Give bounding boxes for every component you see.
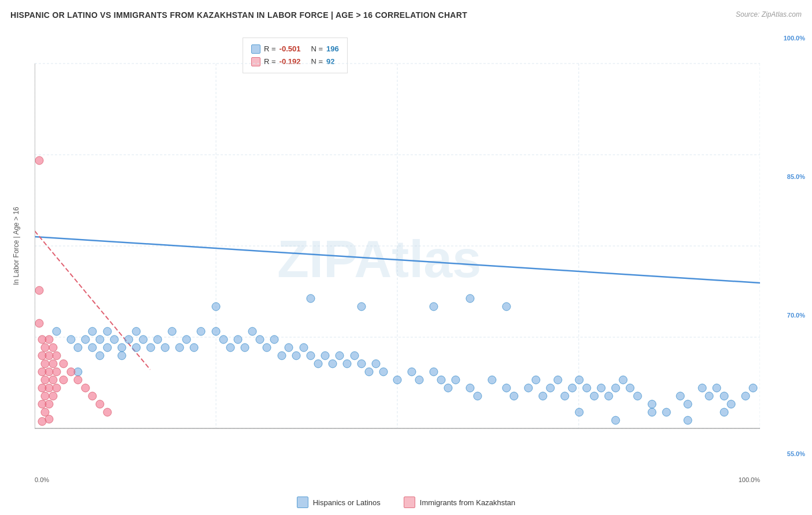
blue-point bbox=[713, 384, 721, 392]
x-tick-end: 100.0% bbox=[739, 476, 760, 483]
blue-point bbox=[502, 384, 511, 392]
pink-point bbox=[53, 384, 61, 392]
legend-label-blue: Hispanics or Latinos bbox=[313, 498, 381, 507]
blue-point bbox=[612, 416, 620, 424]
blue-point bbox=[182, 335, 191, 344]
blue-point bbox=[502, 303, 511, 311]
blue-point bbox=[67, 335, 75, 344]
blue-point bbox=[365, 368, 373, 376]
blue-point bbox=[568, 384, 576, 392]
blue-point bbox=[132, 327, 140, 335]
legend-item-blue: Hispanics or Latinos bbox=[297, 497, 381, 508]
blue-point bbox=[343, 360, 351, 368]
x-axis-ticks: 0.0% 100.0% bbox=[35, 476, 760, 483]
pink-point bbox=[96, 400, 104, 408]
blue-point bbox=[139, 335, 147, 344]
blue-point bbox=[248, 327, 256, 335]
blue-point bbox=[74, 344, 82, 352]
pink-point bbox=[49, 344, 57, 352]
blue-point bbox=[357, 303, 366, 311]
blue-point bbox=[270, 335, 278, 344]
blue-point bbox=[408, 368, 416, 376]
blue-point bbox=[256, 335, 264, 344]
blue-point bbox=[466, 294, 474, 303]
legend-box-pink bbox=[404, 497, 415, 508]
pink-point bbox=[74, 376, 82, 384]
blue-point bbox=[168, 327, 176, 335]
pink-point bbox=[45, 400, 53, 408]
blue-point bbox=[110, 335, 118, 344]
blue-point bbox=[575, 408, 583, 416]
pink-point bbox=[88, 392, 96, 400]
pink-point bbox=[59, 360, 68, 368]
y-axis-label-text: In Labor Force | Age > 16 bbox=[12, 207, 20, 285]
blue-point bbox=[81, 335, 90, 344]
blue-point bbox=[372, 360, 380, 368]
blue-point bbox=[684, 400, 692, 408]
pink-point bbox=[41, 360, 49, 368]
blue-point bbox=[357, 360, 366, 368]
blue-point bbox=[605, 392, 613, 400]
pink-point bbox=[35, 319, 43, 327]
blue-point bbox=[88, 344, 96, 352]
blue-point bbox=[698, 384, 706, 392]
blue-point bbox=[176, 344, 184, 352]
blue-point bbox=[720, 392, 728, 400]
blue-point bbox=[452, 376, 460, 384]
blue-point bbox=[132, 344, 140, 352]
blue-point bbox=[190, 344, 198, 352]
blue-point bbox=[626, 384, 634, 392]
blue-point bbox=[219, 335, 228, 344]
blue-point bbox=[212, 327, 220, 335]
blue-point bbox=[307, 352, 315, 360]
blue-point bbox=[742, 392, 750, 400]
blue-point bbox=[546, 384, 554, 392]
scatter-plot: ZIPAtlas bbox=[35, 35, 760, 457]
blue-point bbox=[118, 344, 126, 352]
blue-point bbox=[430, 368, 438, 376]
blue-point bbox=[393, 376, 401, 384]
blue-point bbox=[619, 376, 627, 384]
blue-point bbox=[612, 384, 620, 392]
blue-point bbox=[532, 376, 540, 384]
blue-point bbox=[662, 408, 671, 416]
y-tick-70: 70.0% bbox=[787, 312, 805, 319]
blue-point bbox=[161, 344, 169, 352]
blue-point bbox=[263, 344, 271, 352]
blue-point bbox=[720, 408, 728, 416]
legend-item-pink: Immigrants from Kazakhstan bbox=[404, 497, 515, 508]
blue-point bbox=[241, 344, 249, 352]
blue-point bbox=[648, 400, 656, 408]
blue-point bbox=[466, 384, 474, 392]
pink-point bbox=[41, 376, 49, 384]
y-tick-55: 55.0% bbox=[787, 450, 805, 457]
blue-point bbox=[125, 335, 133, 344]
blue-point bbox=[53, 327, 61, 335]
blue-point bbox=[300, 344, 308, 352]
blue-point bbox=[539, 392, 547, 400]
pink-point bbox=[67, 368, 75, 376]
y-axis-label: In Labor Force | Age > 16 bbox=[0, 35, 32, 457]
blue-point bbox=[329, 360, 337, 368]
pink-point bbox=[45, 415, 53, 423]
blue-point bbox=[510, 392, 518, 400]
blue-point bbox=[524, 384, 532, 392]
blue-point bbox=[415, 376, 423, 384]
blue-point bbox=[314, 360, 322, 368]
blue-point bbox=[379, 368, 388, 376]
blue-point bbox=[648, 408, 656, 416]
pink-point bbox=[53, 352, 61, 360]
blue-point bbox=[488, 376, 496, 384]
pink-point bbox=[45, 352, 53, 360]
blue-point bbox=[321, 352, 329, 360]
blue-point bbox=[96, 352, 104, 360]
blue-point bbox=[554, 376, 562, 384]
chart-container: HISPANIC OR LATINO VS IMMIGRANTS FROM KA… bbox=[0, 0, 812, 515]
blue-point bbox=[597, 384, 605, 392]
legend: Hispanics or Latinos Immigrants from Kaz… bbox=[0, 497, 812, 508]
blue-point bbox=[583, 384, 591, 392]
blue-point bbox=[676, 392, 684, 400]
pink-point bbox=[49, 376, 57, 384]
blue-point bbox=[474, 392, 482, 400]
pink-point bbox=[49, 392, 57, 400]
